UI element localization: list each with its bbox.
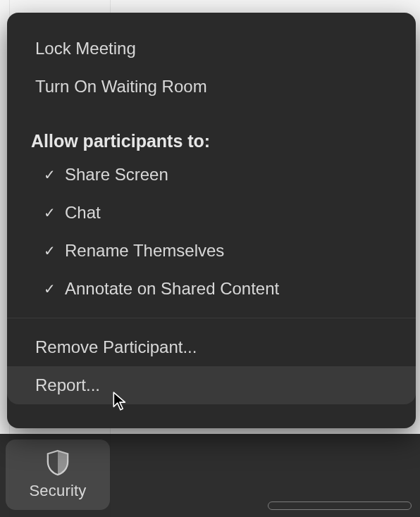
check-icon: ✓ <box>38 280 61 297</box>
menu-item-chat[interactable]: ✓ Chat <box>7 194 416 232</box>
menu-heading-allow: Allow participants to: <box>7 121 416 156</box>
menu-item-label: Annotate on Shared Content <box>61 279 279 299</box>
menu-item-label: Share Screen <box>61 165 168 185</box>
menu-item-label: Turn On Waiting Room <box>31 77 207 96</box>
horizontal-scrollbar[interactable] <box>268 502 412 510</box>
check-icon: ✓ <box>38 166 61 183</box>
menu-item-report[interactable]: Report... <box>7 366 416 404</box>
shield-icon <box>46 449 70 476</box>
menu-item-label: Rename Themselves <box>61 241 224 261</box>
menu-item-annotate[interactable]: ✓ Annotate on Shared Content <box>7 270 416 308</box>
menu-item-label: Report... <box>31 375 100 395</box>
check-icon: ✓ <box>38 204 61 221</box>
menu-item-label: Chat <box>61 203 101 223</box>
security-toolbar-label: Security <box>29 482 86 500</box>
menu-separator <box>7 318 416 318</box>
menu-item-share-screen[interactable]: ✓ Share Screen <box>7 156 416 194</box>
meeting-toolbar: Security <box>0 434 420 517</box>
check-icon: ✓ <box>38 242 61 259</box>
menu-item-lock-meeting[interactable]: Lock Meeting <box>7 30 416 68</box>
menu-item-label: Remove Participant... <box>31 337 197 357</box>
menu-item-rename[interactable]: ✓ Rename Themselves <box>7 232 416 270</box>
menu-item-remove-participant[interactable]: Remove Participant... <box>7 328 416 366</box>
security-menu: Lock Meeting Turn On Waiting Room Allow … <box>7 13 416 428</box>
menu-item-waiting-room[interactable]: Turn On Waiting Room <box>7 68 416 106</box>
security-toolbar-button[interactable]: Security <box>6 440 110 510</box>
menu-item-label: Lock Meeting <box>31 39 136 58</box>
